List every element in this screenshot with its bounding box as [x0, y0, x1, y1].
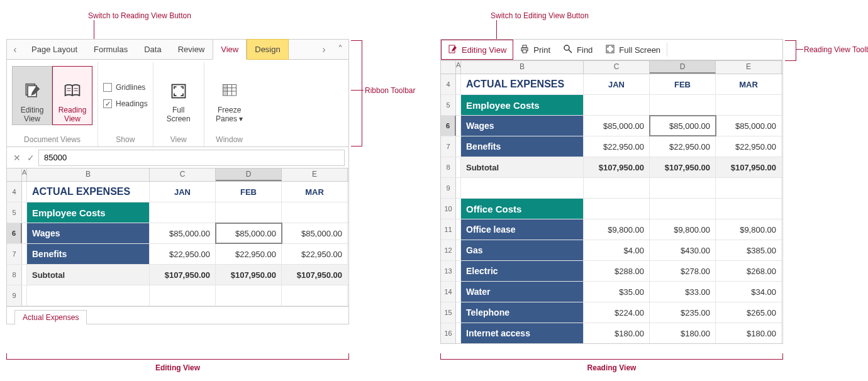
section-employee-costs[interactable]: Employee Costs [27, 202, 150, 223]
tab-review[interactable]: Review [170, 39, 213, 60]
row-header-5[interactable]: 5 [7, 202, 22, 223]
reading-view-button[interactable]: ReadingView [52, 66, 92, 125]
col-header-a[interactable]: A [22, 168, 27, 181]
row-benefits-mar[interactable]: $22,950.00 [282, 244, 348, 264]
print-label: Print [533, 45, 550, 55]
row-header-9[interactable]: 9 [7, 285, 22, 306]
document-edit-icon [448, 44, 458, 56]
group-label-view: View [170, 133, 187, 144]
full-screen-button-reading[interactable]: Full Screen [599, 40, 667, 60]
full-screen-button[interactable]: FullScreen [159, 66, 199, 125]
row-header-14-r[interactable]: 14 [441, 282, 456, 302]
book-icon [63, 82, 82, 102]
row-header-7-r[interactable]: 7 [441, 136, 456, 157]
row-header-5-r[interactable]: 5 [441, 95, 456, 115]
month-feb[interactable]: FEB [216, 182, 282, 202]
row-header-6-r[interactable]: 6 [441, 116, 456, 136]
row-wages-mar[interactable]: $85,000.00 [282, 223, 348, 243]
col-header-c-r[interactable]: C [584, 61, 650, 74]
svg-rect-17 [523, 50, 526, 53]
annotation-switch-reading: Switch to Reading View Button [88, 11, 191, 20]
tab-formulas[interactable]: Formulas [86, 39, 136, 60]
ribbon-group-view: FullScreen View [153, 62, 204, 146]
row-header-11-r[interactable]: 11 [441, 219, 456, 240]
ribbon-collapse[interactable]: ˄ [332, 43, 348, 55]
row-benefits-feb[interactable]: $22,950.00 [216, 244, 282, 264]
annotation-switch-editing: Switch to Editing View Button [491, 11, 589, 20]
tab-view[interactable]: View [213, 39, 247, 60]
row-subtotal-feb[interactable]: $107,950.00 [216, 265, 282, 285]
formula-input[interactable] [38, 150, 345, 166]
col-header-b[interactable]: B [27, 168, 150, 181]
row-header-13-r[interactable]: 13 [441, 261, 456, 281]
section-employee-costs-r[interactable]: Employee Costs [461, 95, 584, 115]
col-header-a-r[interactable]: A [456, 61, 461, 74]
sheet-tab-actual-expenses[interactable]: Actual Expenses [14, 310, 87, 324]
row-header-10-r[interactable]: 10 [441, 199, 456, 219]
row-wages-jan[interactable]: $85,000.00 [150, 223, 216, 243]
spreadsheet-grid-reading: A B C D E 4 ACTUAL EXPENSES JAN FEB MAR … [440, 60, 783, 344]
editing-view-switch-button[interactable]: Editing View [441, 40, 513, 60]
row-wages-label[interactable]: Wages [27, 223, 150, 243]
formula-cancel-button[interactable]: ✕ [11, 153, 23, 163]
caption-editing-view: Editing View [6, 363, 349, 372]
full-screen-label: FullScreen [167, 106, 191, 123]
row-header-6[interactable]: 6 [7, 223, 22, 243]
row-header-16-r[interactable]: 16 [441, 323, 456, 343]
formula-accept-button[interactable]: ✓ [25, 153, 37, 163]
col-header-e[interactable]: E [282, 168, 348, 181]
row-benefits-jan[interactable]: $22,950.00 [150, 244, 216, 264]
freeze-panes-icon [220, 82, 239, 102]
row-header-7[interactable]: 7 [7, 244, 22, 264]
svg-line-19 [569, 50, 572, 53]
ribbon-tabbar: ‹ Page Layout Formulas Data Review View … [6, 39, 349, 59]
gridlines-checkbox[interactable]: Gridlines [103, 80, 145, 94]
tab-design[interactable]: Design [247, 39, 288, 60]
reading-view-label: ReadingView [58, 106, 87, 123]
row-header-9-r[interactable]: 9 [441, 178, 456, 198]
spreadsheet-grid-editing: A B C D E 4 ACTUAL EXPENSES JAN FEB MAR … [6, 168, 349, 307]
svg-point-18 [564, 45, 569, 50]
editing-view-panel: ‹ Page Layout Formulas Data Review View … [6, 39, 349, 324]
row-header-12-r[interactable]: 12 [441, 240, 456, 260]
group-label-show: Show [116, 133, 135, 144]
row-subtotal-mar[interactable]: $107,950.00 [282, 265, 348, 285]
row-header-15-r[interactable]: 15 [441, 302, 456, 323]
row-header-4-r[interactable]: 4 [441, 74, 456, 94]
title-cell-r[interactable]: ACTUAL EXPENSES [461, 74, 584, 94]
editing-view-button[interactable]: EditingView [12, 66, 52, 125]
row-benefits-label[interactable]: Benefits [27, 244, 150, 264]
col-header-d[interactable]: D [216, 168, 282, 181]
tab-page-layout[interactable]: Page Layout [23, 39, 86, 60]
headings-checkbox[interactable]: ✓ Headings [103, 97, 148, 111]
section-office-costs[interactable]: Office Costs [461, 199, 584, 219]
row-header-8-r[interactable]: 8 [441, 157, 456, 177]
reading-view-panel: Editing View Print Find Full Screen A B [440, 39, 783, 344]
print-button[interactable]: Print [513, 40, 557, 60]
row-header-4[interactable]: 4 [7, 182, 22, 202]
checkbox-unchecked-icon [103, 83, 112, 92]
gridlines-label: Gridlines [116, 83, 145, 92]
group-label-window: Window [216, 133, 243, 144]
col-header-b-r[interactable]: B [461, 61, 584, 74]
row-subtotal-label[interactable]: Subtotal [27, 265, 150, 285]
headings-label: Headings [116, 99, 148, 108]
row-wages-feb[interactable]: $85,000.00 [216, 223, 282, 243]
print-icon [520, 44, 530, 56]
row-subtotal-jan[interactable]: $107,950.00 [150, 265, 216, 285]
tab-data[interactable]: Data [136, 39, 169, 60]
fullscreen-icon [605, 44, 615, 56]
title-cell[interactable]: ACTUAL EXPENSES [27, 182, 150, 202]
checkbox-checked-icon: ✓ [103, 99, 112, 108]
month-mar[interactable]: MAR [282, 182, 348, 202]
row-header-8[interactable]: 8 [7, 265, 22, 285]
month-jan[interactable]: JAN [150, 182, 216, 202]
tab-scroll-right[interactable]: › [316, 44, 332, 55]
tab-scroll-left[interactable]: ‹ [7, 44, 23, 55]
col-header-d-r[interactable]: D [650, 61, 716, 74]
freeze-panes-button[interactable]: FreezePanes ▾ [209, 66, 250, 125]
col-header-c[interactable]: C [150, 168, 216, 181]
find-button[interactable]: Find [557, 40, 599, 60]
sheet-tab-bar: Actual Expenses [6, 307, 349, 324]
col-header-e-r[interactable]: E [716, 61, 782, 74]
